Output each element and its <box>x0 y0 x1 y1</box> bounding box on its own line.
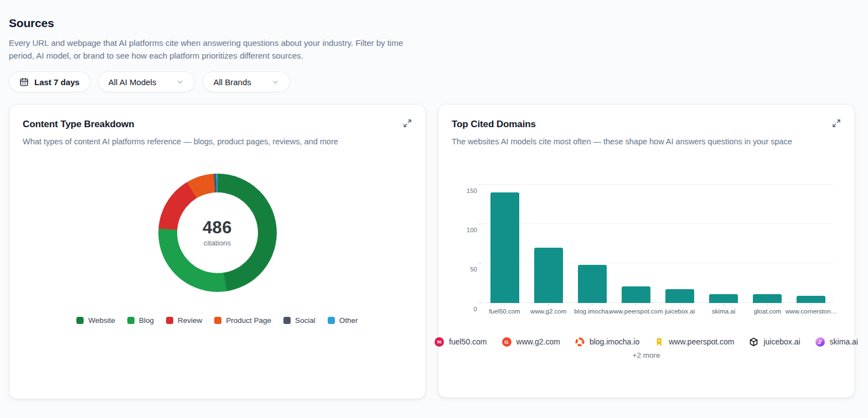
x-axis-tick-label: juicebox.ai <box>665 308 695 315</box>
imocha-favicon <box>575 337 585 347</box>
citation-total: 486 <box>203 218 232 238</box>
content-type-card-title: Content Type Breakdown <box>23 119 412 130</box>
bar-blog.imocha.[interactable] <box>578 265 607 302</box>
bar-skima.ai[interactable] <box>709 294 738 303</box>
y-axis-tick <box>479 302 482 303</box>
x-axis-tick <box>811 304 812 306</box>
top-domains-card: Top Cited Domains The websites AI models… <box>438 104 855 398</box>
legend-swatch <box>76 317 84 324</box>
page-description: Every URL and webpage that AI platforms … <box>9 36 424 62</box>
ai-model-label: All AI Models <box>108 77 157 87</box>
x-axis-tick <box>767 304 768 306</box>
fuel50-favicon: 50 <box>435 337 444 347</box>
maximize-icon <box>832 121 841 129</box>
calendar-icon <box>19 77 29 87</box>
x-axis-tick <box>680 304 680 306</box>
more-domains-label[interactable]: +2 more <box>452 351 841 359</box>
date-range-label: Last 7 days <box>34 77 80 87</box>
x-axis-tick-label: skima.ai <box>712 308 735 315</box>
skima-favicon <box>815 337 825 347</box>
page-title: Sources <box>9 17 859 30</box>
bar-juicebox.ai[interactable] <box>665 289 694 302</box>
legend-item-website[interactable]: Website <box>76 316 115 325</box>
chevron-down-icon <box>176 78 184 86</box>
legend-label: Product Page <box>226 316 271 325</box>
x-axis-tick <box>636 304 636 306</box>
domain-legend-item-www.peerspot.com[interactable]: www.peerspot.com <box>654 337 734 347</box>
legend-swatch <box>214 317 221 324</box>
donut-center: 486 citations <box>177 192 258 273</box>
legend-label: Review <box>178 316 202 325</box>
legend-swatch <box>166 317 173 324</box>
x-axis-tick-label: www.g2.com <box>530 308 566 315</box>
maximize-icon <box>403 121 412 129</box>
x-axis-tick-label: blog.imocha. <box>574 308 610 315</box>
legend-item-product-page[interactable]: Product Page <box>214 316 271 325</box>
legend-swatch <box>328 317 335 324</box>
y-axis-tick <box>479 223 482 224</box>
expand-button[interactable] <box>829 116 844 133</box>
legend-swatch <box>127 317 135 324</box>
x-axis-tick <box>504 304 505 306</box>
domain-legend-item-skima.ai[interactable]: skima.ai <box>815 337 858 347</box>
domain-legend-item-blog.imocha.io[interactable]: blog.imocha.io <box>575 337 639 347</box>
domain-legend-item-fuel50.com[interactable]: 50fuel50.com <box>435 337 487 347</box>
citation-total-label: citations <box>204 239 231 247</box>
filter-bar: Last 7 days All AI Models All Brands <box>9 71 859 92</box>
legend-label: Website <box>88 316 115 325</box>
domain-legend-label: juicebox.ai <box>763 337 800 346</box>
top-domains-card-title: Top Cited Domains <box>452 119 841 130</box>
x-axis-tick-label: fuel50.com <box>489 308 520 315</box>
content-type-donut-chart[interactable]: 486 citations <box>158 174 277 292</box>
bar-www.peerspot.com[interactable] <box>622 286 650 303</box>
legend-item-other[interactable]: Other <box>328 316 358 325</box>
y-axis-tick-label: 100 <box>467 227 477 233</box>
y-axis-tick-label: 150 <box>467 187 477 194</box>
cards-row: Content Type Breakdown What types of con… <box>9 104 859 399</box>
date-range-filter[interactable]: Last 7 days <box>9 71 90 92</box>
domain-legend-label: www.peerspot.com <box>669 337 734 346</box>
x-axis-tick <box>724 304 724 306</box>
top-domains-bar-chart: 050100150fuel50.comwww.g2.comblog.imocha… <box>483 185 833 303</box>
legend-label: Other <box>339 316 358 325</box>
content-type-card: Content Type Breakdown What types of con… <box>9 104 426 399</box>
content-type-legend: WebsiteBlogReviewProduct PageSocialOther <box>23 316 412 325</box>
legend-item-review[interactable]: Review <box>166 316 202 325</box>
brand-label: All Brands <box>213 77 251 87</box>
x-axis-tick-label: www.peerspot.com <box>609 308 663 315</box>
top-domains-card-subtitle: The websites AI models cite most often —… <box>452 135 817 148</box>
bar-www.cornerston-[interactable] <box>797 296 825 303</box>
expand-button[interactable] <box>400 116 415 133</box>
ai-model-filter[interactable]: All AI Models <box>98 71 195 92</box>
g2-favicon: G <box>502 337 512 347</box>
bar-www.g2.com[interactable] <box>534 248 563 303</box>
domain-legend-label: skima.ai <box>830 337 858 346</box>
legend-item-blog[interactable]: Blog <box>127 316 154 325</box>
brand-filter[interactable]: All Brands <box>203 71 290 92</box>
y-axis-tick <box>479 263 482 264</box>
legend-label: Social <box>295 316 316 325</box>
y-axis-tick <box>479 184 482 185</box>
peerspot-favicon <box>654 337 664 347</box>
y-axis-tick-label: 50 <box>470 266 477 273</box>
bar-gloat.com[interactable] <box>753 294 782 303</box>
x-axis-tick <box>548 304 549 306</box>
domain-legend-item-juicebox.ai[interactable]: juicebox.ai <box>749 337 800 347</box>
domain-legend-label: fuel50.com <box>449 337 487 346</box>
x-axis-tick-label: gloat.com <box>753 308 781 315</box>
bar-fuel50.com[interactable] <box>490 192 519 303</box>
donut-chart-area: 486 citations <box>23 174 412 292</box>
sources-page: Sources Every URL and webpage that AI pl… <box>0 0 868 407</box>
gridline-y150: 150 <box>483 184 833 185</box>
domain-legend-label: www.g2.com <box>516 337 560 346</box>
domain-legend-item-www.g2.com[interactable]: Gwww.g2.com <box>502 337 560 347</box>
x-axis-tick <box>592 304 592 306</box>
legend-swatch <box>283 317 291 324</box>
juicebox-favicon <box>749 337 758 347</box>
domain-legend-label: blog.imocha.io <box>590 337 639 346</box>
legend-item-social[interactable]: Social <box>283 316 316 325</box>
domain-favicon-legend: 50fuel50.comGwww.g2.comblog.imocha.iowww… <box>452 337 841 347</box>
legend-label: Blog <box>139 316 154 325</box>
content-type-card-subtitle: What types of content AI platforms refer… <box>23 135 388 148</box>
y-axis-tick-label: 0 <box>474 306 477 312</box>
